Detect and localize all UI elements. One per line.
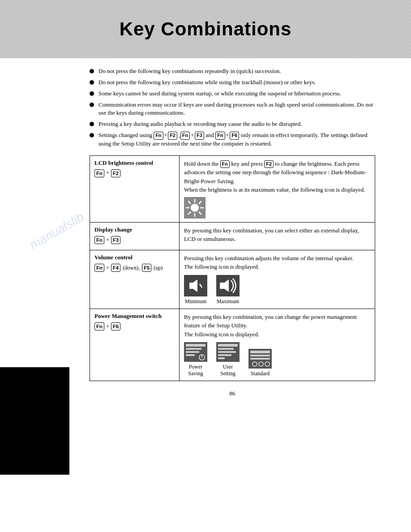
svg-line-6 — [199, 212, 201, 215]
bullet-icon — [90, 69, 94, 73]
volume-max-label: Maximum — [217, 298, 239, 305]
power-icons: PowerSaving UserSetting — [184, 342, 370, 377]
svg-line-7 — [199, 201, 201, 204]
row-title: Power Management switch — [94, 313, 175, 320]
fn-key: Fn — [220, 160, 230, 168]
svg-rect-15 — [186, 354, 195, 356]
list-item: Do not press the following key combinati… — [90, 67, 375, 76]
volume-icons: Minimum Maximum — [184, 275, 370, 305]
svg-marker-9 — [189, 279, 197, 292]
svg-point-28 — [265, 362, 270, 366]
speaker-max-icon — [216, 275, 240, 296]
f2-key: F2 — [168, 132, 177, 139]
table-row: Display change Fn + F3 By pressing this … — [90, 222, 375, 250]
bullet-text: Settings changed using Fn+F2 ,Fn+F3 and … — [98, 131, 375, 148]
main-content: Do not press the following key combinati… — [0, 58, 411, 406]
key-label-cell: Volume control Fn + F4 (down), F5 (up) — [90, 250, 180, 309]
svg-rect-21 — [218, 354, 231, 356]
speaker-min-icon — [184, 275, 207, 296]
svg-rect-13 — [186, 348, 201, 350]
volume-min-item: Minimum — [184, 275, 207, 305]
f5-key: F5 — [142, 264, 151, 272]
key-combo-display: Fn + F6 — [94, 322, 175, 330]
list-item: Pressing a key during audio playback or … — [90, 120, 375, 129]
volume-min-label: Minimum — [185, 298, 206, 305]
list-item: Do not press the following key combinati… — [90, 78, 375, 87]
standard-label: Standard — [251, 370, 270, 377]
intro-bullets: Do not press the following key combinati… — [90, 67, 375, 148]
table-row: LCD brightness control Fn + F2 Hold down… — [90, 155, 375, 222]
fn-key: Fn — [180, 132, 190, 139]
bullet-icon — [90, 91, 94, 96]
list-item: Settings changed using Fn+F2 ,Fn+F3 and … — [90, 131, 375, 148]
plus-sign: + — [106, 323, 109, 330]
svg-rect-25 — [250, 358, 270, 360]
user-setting-item: UserSetting — [216, 342, 240, 377]
decorative-block-1 — [0, 367, 69, 421]
power-saving-item: PowerSaving — [184, 342, 207, 377]
page-number: 86 — [90, 390, 375, 397]
key-desc-cell: Hold down the Fn key and press F2 to cha… — [180, 155, 375, 222]
svg-point-26 — [253, 362, 257, 366]
bullet-text: Do not press the following key combinati… — [98, 78, 316, 87]
plus-sign: + — [106, 170, 109, 176]
desc-text: By pressing this key combination, you ca… — [184, 226, 370, 244]
f6-key: F6 — [111, 322, 120, 330]
plus-sign: + — [106, 237, 109, 244]
desc-text: Pressing this key combination adjusts th… — [184, 254, 370, 271]
svg-rect-18 — [218, 344, 238, 347]
key-combinations-table: LCD brightness control Fn + F2 Hold down… — [90, 155, 375, 382]
bullet-icon — [90, 103, 94, 107]
key-label-cell: Power Management switch Fn + F6 — [90, 309, 180, 381]
f2-key: F2 — [264, 160, 274, 168]
f2-key: F2 — [111, 169, 120, 177]
row-title: Volume control — [94, 254, 175, 261]
power-saving-icon — [184, 342, 207, 362]
down-label: (down), — [123, 265, 140, 271]
key-desc-cell: By pressing this key combination, you ca… — [180, 309, 375, 381]
sun-icon — [184, 197, 206, 219]
fn-key: Fn — [94, 169, 104, 177]
svg-marker-11 — [220, 279, 229, 292]
up-label: (up) — [154, 265, 163, 271]
bullet-text: Do not press the following key combinati… — [98, 67, 281, 76]
bullet-icon — [90, 122, 94, 126]
list-item: Some keys cannot be used during system s… — [90, 90, 375, 98]
key-label-cell: Display change Fn + F3 — [90, 222, 180, 250]
f3-key: F3 — [195, 132, 204, 139]
key-desc-cell: By pressing this key combination, you ca… — [180, 222, 375, 250]
svg-line-5 — [188, 201, 191, 204]
svg-rect-20 — [218, 351, 236, 353]
volume-max-item: Maximum — [216, 275, 240, 305]
desc-text: Hold down the Fn key and press F2 to cha… — [184, 159, 370, 194]
svg-rect-22 — [218, 357, 225, 359]
key-combo-display: Fn + F3 — [94, 236, 175, 244]
decorative-block-2 — [0, 421, 69, 475]
fn-key: Fn — [94, 322, 104, 330]
svg-rect-12 — [186, 344, 206, 347]
f6-key: F6 — [230, 132, 239, 139]
table-row: Volume control Fn + F4 (down), F5 (up) P… — [90, 250, 375, 309]
key-combo-inline: Fn+F6 — [215, 132, 239, 139]
svg-point-27 — [259, 362, 263, 366]
f3-key: F3 — [111, 236, 120, 244]
f4-key: F4 — [111, 264, 120, 272]
key-combo-inline: Fn+F3 — [180, 132, 204, 139]
bullet-icon — [90, 80, 94, 85]
standard-item: Standard — [248, 349, 272, 377]
svg-line-10 — [200, 284, 202, 287]
row-title: Display change — [94, 226, 175, 233]
list-item: Communication errors may occur if keys a… — [90, 101, 375, 118]
fn-key: Fn — [94, 264, 104, 272]
svg-line-8 — [188, 212, 191, 215]
svg-point-0 — [191, 204, 199, 212]
svg-rect-23 — [250, 351, 270, 353]
svg-rect-19 — [218, 348, 234, 350]
key-combo-inline: Fn+F2 — [154, 132, 177, 139]
key-combo-display: Fn + F4 (down), F5 (up) — [94, 264, 175, 272]
fn-key: Fn — [94, 236, 104, 244]
power-saving-label: PowerSaving — [188, 364, 203, 377]
plus-sign: + — [106, 265, 109, 271]
key-label-cell: LCD brightness control Fn + F2 — [90, 155, 180, 222]
user-setting-label: UserSetting — [220, 364, 235, 377]
